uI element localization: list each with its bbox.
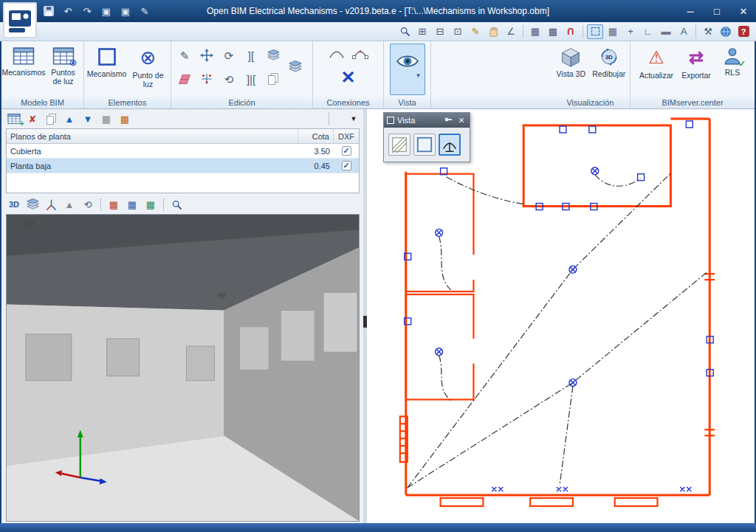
ruler-button[interactable]: ▬ <box>658 24 674 39</box>
export-button[interactable]: ▣ <box>118 4 133 18</box>
wrench-icon: ⚒ <box>704 27 712 36</box>
undo-button[interactable]: ↶ <box>61 4 75 18</box>
move-floor-down-button[interactable]: ▼ <box>80 111 96 126</box>
blue-grid-button[interactable]: ▦ <box>124 197 140 212</box>
close-button[interactable]: ✕ <box>735 6 752 17</box>
minimize-button[interactable]: ─ <box>682 6 698 17</box>
maximize-button[interactable]: □ <box>709 6 725 17</box>
text-label-button[interactable]: A <box>676 24 692 39</box>
edit-button[interactable]: ✎ <box>467 24 484 39</box>
selection-mode-button[interactable] <box>587 24 603 39</box>
delete-floor-button[interactable]: ✘ <box>24 111 41 126</box>
copy-button[interactable] <box>264 69 283 89</box>
dxf-views-button[interactable]: ▩ <box>117 111 133 126</box>
view-mode-hatch-button[interactable] <box>388 134 410 156</box>
app-menu-button[interactable] <box>3 2 37 38</box>
move-button[interactable] <box>197 46 216 65</box>
redo-button[interactable]: ↷ <box>80 4 94 18</box>
mecanismos-button[interactable]: Mecanismos <box>4 44 44 95</box>
rotate-ccw-button[interactable]: ⟲ <box>219 69 238 89</box>
app-logo-icon <box>7 7 33 34</box>
pin-button[interactable] <box>443 115 453 125</box>
stretch-edge-button[interactable]: ]|[ <box>241 69 261 89</box>
delete-connection-button[interactable]: ✕ <box>336 66 361 89</box>
angle-icon: ∠ <box>506 27 515 36</box>
collapse-down-button[interactable]: ▼ <box>348 111 360 126</box>
vista-toggle-button[interactable]: ▼ <box>390 44 425 95</box>
snap-magnet-button[interactable]: U <box>563 24 579 39</box>
zoom-3d-button[interactable] <box>168 197 185 212</box>
floors-toolbar: + ✘ ▲ ▼ ▦ ▩ ▼ <box>6 111 360 127</box>
pan-button[interactable] <box>485 24 501 39</box>
save-button[interactable] <box>41 4 56 18</box>
view-3d-button[interactable]: 3D <box>6 197 22 212</box>
column-planos: Planos de planta <box>7 129 298 143</box>
mechanism-icon <box>441 136 458 153</box>
vista-palette-titlebar[interactable]: Vista ✕ <box>384 113 470 128</box>
zoom-out-button[interactable]: ⊟ <box>432 24 448 39</box>
actualizar-button[interactable]: ⚠ Actualizar <box>636 44 676 95</box>
move-points-button[interactable] <box>197 69 216 89</box>
rotate-cw-button[interactable]: ⟳ <box>219 46 238 65</box>
stretch-button[interactable]: ][ <box>241 46 261 65</box>
dxf-checkbox[interactable]: ✓ <box>342 161 351 170</box>
grid-toggle-button[interactable]: ▦ <box>605 24 621 39</box>
punto-de-luz-button[interactable]: ⊗ Punto de luz <box>128 44 168 95</box>
exportar-button[interactable]: ⇄ Exportar <box>678 44 715 95</box>
connection-arc-button[interactable] <box>327 44 346 63</box>
palette-close-button[interactable]: ✕ <box>456 116 467 125</box>
view-mode-outline-button[interactable] <box>413 134 436 156</box>
floor-name: Planta baja <box>7 159 298 173</box>
measure-angle-button[interactable]: ∠ <box>503 24 519 39</box>
transfer-arrows-icon: ⇄ <box>689 46 704 69</box>
offset-3d-button[interactable] <box>264 46 283 65</box>
zoom-previous-button[interactable]: ⊡ <box>450 24 466 39</box>
snap-point-button[interactable]: + <box>622 24 639 39</box>
mecanismo-label: Mecanismo <box>87 69 127 78</box>
green-table-button[interactable]: ▦ <box>142 197 159 212</box>
move-floor-up-button[interactable]: ▲ <box>61 111 78 126</box>
rls-button[interactable]: ✓ RLS <box>716 44 749 95</box>
dxf-layers-button[interactable]: ▩ <box>545 24 561 39</box>
view-mode-mechanisms-button[interactable] <box>439 134 461 156</box>
redibujar-button[interactable]: 3D Redibujar <box>591 44 628 95</box>
zoom-window-button[interactable]: ⊞ <box>414 24 430 39</box>
edit-config-button[interactable]: ✎ <box>137 4 152 18</box>
table-row-planta-baja[interactable]: Planta baja 0.45 ✓ <box>7 159 359 173</box>
layers-3d-button[interactable] <box>24 197 41 212</box>
tools-button[interactable]: ⚒ <box>700 24 716 39</box>
orbit-button[interactable]: ⟲ <box>80 197 96 212</box>
draw-button[interactable]: ✎ <box>175 46 194 65</box>
window-bottom-frame <box>0 523 756 532</box>
layers-icon <box>288 61 303 74</box>
vista-3d-button[interactable]: Vista 3D <box>553 44 589 95</box>
puntos-de-luz-button[interactable]: ⊗ Puntos de luz <box>45 44 81 95</box>
package-icon: ▣ <box>102 7 111 16</box>
snap-icon: + <box>628 27 633 36</box>
cone-view-button[interactable]: ▲ <box>61 197 78 212</box>
help-button[interactable]: ? <box>735 24 752 39</box>
erase-button[interactable] <box>175 69 194 89</box>
dxf-manage-button[interactable]: ▦ <box>98 111 114 126</box>
zoom-icon <box>171 199 182 210</box>
ribbon-group-edicion: ✎ ⟳ ][ ⟲ ]|[ Edición <box>171 41 313 108</box>
zoom-previous-icon: ⊡ <box>454 27 462 36</box>
ruler-icon: ▬ <box>662 27 671 36</box>
copy-floor-button[interactable] <box>43 111 59 126</box>
bimserver-web-button[interactable] <box>718 24 734 39</box>
plan-view[interactable]: Vista ✕ <box>367 109 755 523</box>
collapse-up-button[interactable] <box>334 111 346 126</box>
connection-nodes-button[interactable] <box>351 44 370 63</box>
add-floor-button[interactable]: + <box>6 111 22 126</box>
ortho-button[interactable]: ∟ <box>640 24 656 39</box>
dxf-templates-button[interactable]: ▦ <box>527 24 543 39</box>
layers-button[interactable] <box>286 58 305 77</box>
red-grid-button[interactable]: ▦ <box>106 197 122 212</box>
mecanismo-button[interactable]: Mecanismo <box>87 44 127 95</box>
table-row-cubierta[interactable]: Cubierta 3.50 ✓ <box>7 144 359 159</box>
import-button[interactable]: ▣ <box>99 4 114 18</box>
viewport-3d[interactable] <box>6 214 360 522</box>
axes-button[interactable] <box>43 197 59 212</box>
zoom-in-button[interactable] <box>396 24 413 39</box>
dxf-checkbox[interactable]: ✓ <box>342 146 351 156</box>
